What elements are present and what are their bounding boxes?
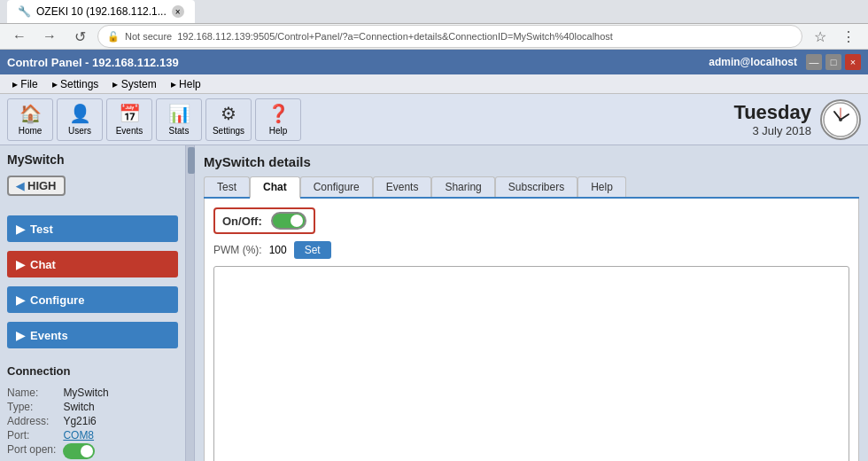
clock-face <box>820 99 861 140</box>
tab-subscribers[interactable]: Subscribers <box>495 176 577 197</box>
toolbar-users[interactable]: 👤 Users <box>57 98 103 141</box>
tab-title: OZEKI 10 (192.168.112.1... <box>36 5 167 18</box>
configure-button[interactable]: ▶ Configure <box>7 286 178 313</box>
address-value: Yg21i6 <box>63 415 178 427</box>
stats-icon: 📊 <box>168 103 190 124</box>
toolbar-events-label: Events <box>116 126 143 136</box>
menu-system[interactable]: ▸ System <box>105 76 163 92</box>
clock-date: 3 July 2018 <box>733 124 811 137</box>
test-arrow-icon: ▶ <box>16 223 25 236</box>
users-icon: 👤 <box>69 103 91 124</box>
app-window: Control Panel - 192.168.112.139 admin@lo… <box>0 50 868 461</box>
switch-name: MySwitch <box>7 152 178 167</box>
name-label: Name: <box>7 387 56 399</box>
nav-icons: ☆ ⋮ <box>808 24 861 49</box>
tabs-container: Test Chat Configure Events Sharing Subsc… <box>204 176 859 199</box>
events-arrow-icon: ▶ <box>16 329 25 342</box>
toolbar-stats[interactable]: 📊 Stats <box>156 98 202 141</box>
svg-point-4 <box>839 118 842 121</box>
connection-info: Name: MySwitch Type: Switch Address: Yg2… <box>7 387 178 461</box>
events-icon: 📅 <box>119 103 141 124</box>
port-label: Port: <box>7 429 56 441</box>
on-off-container: On/Off: <box>213 207 315 234</box>
close-button[interactable]: × <box>845 54 861 70</box>
minimize-button[interactable]: — <box>806 54 822 70</box>
menu-settings[interactable]: ▸ Settings <box>45 76 106 92</box>
menu-help[interactable]: ▸ Help <box>164 76 208 92</box>
bookmark-btn[interactable]: ☆ <box>808 24 833 49</box>
toolbar-help-label: Help <box>269 126 288 136</box>
tab-chat[interactable]: Chat <box>250 176 300 199</box>
chat-arrow-icon: ▶ <box>16 258 25 271</box>
events-button[interactable]: ▶ Events <box>7 322 178 348</box>
tab-content: On/Off: PWM (%): 100 Set Clear <box>204 199 859 461</box>
tab-help[interactable]: Help <box>577 176 626 197</box>
tab-favicon: 🔧 <box>18 5 31 18</box>
toolbar-help[interactable]: ❓ Help <box>255 98 301 141</box>
chat-button[interactable]: ▶ Chat <box>7 251 178 277</box>
set-button[interactable]: Set <box>294 241 331 259</box>
browser-tab[interactable]: 🔧 OZEKI 10 (192.168.112.1... × <box>7 0 195 23</box>
tab-configure[interactable]: Configure <box>300 176 373 197</box>
port-toggle-container <box>63 443 178 461</box>
titlebar-controls: — □ × <box>806 54 861 70</box>
settings-icon: ⚙ <box>221 103 236 124</box>
right-panel: MySwitch details Test Chat Configure Eve… <box>195 145 868 461</box>
toolbar-home-label: Home <box>19 126 43 136</box>
tab-events[interactable]: Events <box>373 176 432 197</box>
left-scrollbar[interactable] <box>186 145 195 461</box>
name-value: MySwitch <box>63 387 178 399</box>
port-open-toggle[interactable] <box>63 443 95 459</box>
clock-area: Tuesday 3 July 2018 <box>733 99 861 140</box>
tab-sharing[interactable]: Sharing <box>431 176 494 197</box>
more-btn[interactable]: ⋮ <box>836 24 861 49</box>
app-titlebar: Control Panel - 192.168.112.139 admin@lo… <box>0 50 868 74</box>
on-off-toggle[interactable] <box>271 212 306 230</box>
protocol-label: Not secure <box>125 31 172 42</box>
port-value[interactable]: COM8 <box>63 429 178 441</box>
left-scroll-thumb <box>188 147 195 174</box>
pwm-label: PWM (%): <box>213 244 262 256</box>
detail-title: MySwitch details <box>204 154 859 169</box>
date-display: Tuesday 3 July 2018 <box>733 101 811 137</box>
toolbar-home[interactable]: 🏠 Home <box>7 98 53 141</box>
main-content: MySwitch ◀ HIGH ▶ Test ▶ Chat ▶ <box>0 145 868 461</box>
on-off-label: On/Off: <box>222 215 262 228</box>
left-panel: MySwitch ◀ HIGH ▶ Test ▶ Chat ▶ <box>0 145 186 461</box>
app-toolbar: 🏠 Home 👤 Users 📅 Events 📊 Stats ⚙ Settin… <box>0 94 868 145</box>
toolbar-events[interactable]: 📅 Events <box>106 98 152 141</box>
tab-close-btn[interactable]: × <box>172 5 184 18</box>
port-open-label: Port open: <box>7 443 56 461</box>
help-icon: ❓ <box>267 103 290 124</box>
type-label: Type: <box>7 401 56 413</box>
pwm-value: 100 <box>269 244 287 256</box>
toolbar-users-label: Users <box>68 126 91 136</box>
app-title: Control Panel - 192.168.112.139 <box>7 56 709 69</box>
maximize-button[interactable]: □ <box>825 54 841 70</box>
menu-file[interactable]: ▸ File <box>5 76 45 92</box>
lock-icon: 🔓 <box>107 31 120 43</box>
toolbar-stats-label: Stats <box>169 126 190 136</box>
back-button[interactable]: ← <box>7 24 32 49</box>
tab-test[interactable]: Test <box>204 176 250 197</box>
toolbar-settings-label: Settings <box>213 126 244 136</box>
app-menubar: ▸ File ▸ Settings ▸ System ▸ Help <box>0 74 868 94</box>
browser-frame: 🔧 OZEKI 10 (192.168.112.1... × ← → ↺ 🔓 N… <box>0 0 868 461</box>
refresh-button[interactable]: ↺ <box>67 24 92 49</box>
chat-textarea[interactable] <box>213 266 849 461</box>
test-button[interactable]: ▶ Test <box>7 215 178 242</box>
clock-day: Tuesday <box>733 101 811 124</box>
address-bar[interactable]: 🔓 Not secure 192.168.112.139:9505/Contro… <box>97 25 802 48</box>
browser-nav: ← → ↺ 🔓 Not secure 192.168.112.139:9505/… <box>0 24 868 50</box>
home-icon: 🏠 <box>19 103 42 124</box>
toolbar-settings[interactable]: ⚙ Settings <box>205 98 252 141</box>
pwm-row: PWM (%): 100 Set <box>213 241 849 259</box>
indicator-label: HIGH <box>27 179 57 192</box>
forward-button[interactable]: → <box>37 24 62 49</box>
url-text: 192.168.112.139:9505/Control+Panel/?a=Co… <box>177 31 613 42</box>
connection-title: Connection <box>7 364 178 378</box>
type-value: Switch <box>63 401 178 413</box>
user-label: admin@localhost <box>709 56 797 68</box>
browser-titlebar: 🔧 OZEKI 10 (192.168.112.1... × <box>0 0 868 24</box>
address-label: Address: <box>7 415 56 427</box>
